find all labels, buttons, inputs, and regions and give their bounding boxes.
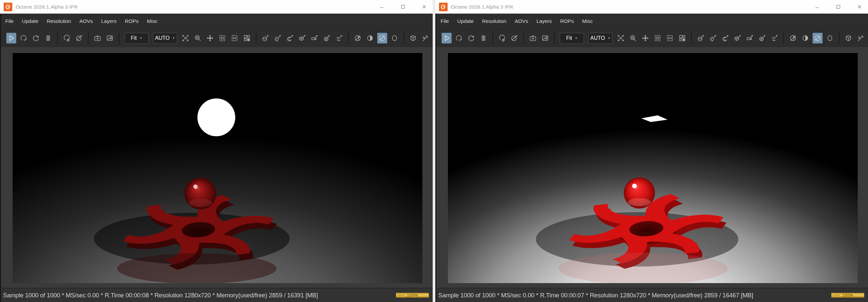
layout-grid-icon bbox=[243, 34, 251, 42]
saved-images-icon bbox=[541, 34, 549, 42]
denoiser-toggle-button[interactable] bbox=[377, 33, 387, 43]
layout-grid-button[interactable] bbox=[677, 33, 687, 43]
focus-picker-button[interactable] bbox=[322, 33, 332, 43]
render-region-button[interactable] bbox=[653, 33, 662, 43]
fit-select[interactable]: Fit▼ bbox=[124, 33, 149, 44]
render-passes-icon bbox=[844, 34, 852, 42]
texture-picker-button[interactable] bbox=[720, 33, 730, 43]
menu-file[interactable]: File bbox=[441, 18, 449, 24]
restart-with-settings-icon bbox=[498, 34, 506, 42]
maximize-button[interactable] bbox=[400, 4, 406, 10]
restart-render-button[interactable] bbox=[19, 33, 29, 43]
auto-select-value: AUTO bbox=[590, 35, 605, 41]
snapshot-button[interactable] bbox=[528, 33, 538, 43]
layout-grid-button[interactable] bbox=[242, 33, 252, 43]
camera-pan-button[interactable] bbox=[205, 33, 215, 43]
minimize-button[interactable] bbox=[378, 4, 385, 10]
render-viewport[interactable] bbox=[448, 53, 858, 283]
camera-zoom-button[interactable] bbox=[628, 33, 638, 43]
depth-of-field-toggle-button[interactable] bbox=[788, 33, 798, 43]
camera-fit-icon bbox=[182, 34, 189, 42]
camera-picker-button[interactable] bbox=[310, 33, 319, 43]
camera-picker-button[interactable] bbox=[745, 33, 755, 43]
chevron-down-icon: ▼ bbox=[140, 36, 142, 40]
white-balance-picker-button[interactable] bbox=[770, 33, 779, 43]
white-balance-picker-icon bbox=[770, 34, 778, 42]
play-button[interactable] bbox=[442, 33, 452, 43]
fit-select[interactable]: Fit▼ bbox=[560, 33, 584, 44]
close-button[interactable] bbox=[421, 4, 427, 10]
depth-of-field-toggle-button[interactable] bbox=[353, 33, 363, 43]
saved-images-button[interactable] bbox=[540, 33, 550, 43]
toolbar-separator bbox=[88, 32, 89, 44]
tools-button[interactable] bbox=[856, 33, 866, 43]
pause-render-button[interactable] bbox=[478, 33, 488, 43]
render-passes-button[interactable] bbox=[408, 33, 418, 43]
menu-update[interactable]: Update bbox=[22, 18, 38, 24]
camera-fit-button[interactable] bbox=[616, 33, 626, 43]
menu-aovs[interactable]: AOVs bbox=[515, 18, 528, 24]
close-icon bbox=[857, 4, 862, 10]
tonemap-toggle-button[interactable] bbox=[800, 33, 810, 43]
auto-select[interactable]: AUTO▼ bbox=[153, 33, 177, 44]
camera-pan-button[interactable] bbox=[640, 33, 650, 43]
play-button[interactable] bbox=[6, 33, 16, 43]
object-picker-button[interactable] bbox=[733, 33, 743, 43]
discard-changes-button[interactable] bbox=[509, 33, 519, 43]
focus-picker-icon bbox=[323, 34, 331, 42]
saved-images-button[interactable] bbox=[105, 33, 115, 43]
discard-changes-button[interactable] bbox=[74, 33, 84, 43]
octane-app-icon[interactable] bbox=[4, 3, 12, 11]
camera-zoom-button[interactable] bbox=[193, 33, 203, 43]
octane-app-icon[interactable] bbox=[439, 3, 447, 11]
material-picker-button[interactable] bbox=[696, 33, 706, 43]
lens-toggle-button[interactable] bbox=[825, 33, 835, 43]
snapshot-button[interactable] bbox=[93, 33, 102, 43]
toolbar-separator bbox=[57, 32, 58, 44]
menu-rops[interactable]: ROPs bbox=[560, 18, 574, 24]
menu-update[interactable]: Update bbox=[457, 18, 474, 24]
statusbar: Sample 1000 of 1000 * MS/sec 0.00 * R.Ti… bbox=[435, 288, 868, 302]
render-status-text: Sample 1000 of 1000 * MS/sec 0.00 * R.Ti… bbox=[3, 292, 318, 299]
render-viewport[interactable] bbox=[12, 53, 423, 283]
menu-layers[interactable]: Layers bbox=[101, 18, 117, 24]
denoiser-toggle-button[interactable] bbox=[813, 33, 823, 43]
refresh-render-button[interactable] bbox=[466, 33, 476, 43]
pause-render-button[interactable] bbox=[43, 33, 53, 43]
menu-layers[interactable]: Layers bbox=[536, 18, 552, 24]
lens-toggle-button[interactable] bbox=[390, 33, 400, 43]
close-button[interactable] bbox=[856, 4, 863, 10]
light-picker-button[interactable] bbox=[708, 33, 718, 43]
maximize-button[interactable] bbox=[835, 4, 841, 10]
light-picker-button[interactable] bbox=[273, 33, 283, 43]
auto-select[interactable]: AUTO▼ bbox=[588, 33, 613, 44]
restart-with-settings-button[interactable] bbox=[62, 33, 72, 43]
material-picker-button[interactable] bbox=[260, 33, 271, 43]
object-picker-button[interactable] bbox=[297, 33, 307, 43]
white-balance-picker-button[interactable] bbox=[334, 33, 344, 43]
tonemap-toggle-button[interactable] bbox=[365, 33, 375, 43]
focus-picker-button[interactable] bbox=[757, 33, 767, 43]
tools-button[interactable] bbox=[421, 33, 430, 43]
menu-resolution[interactable]: Resolution bbox=[482, 18, 506, 24]
refresh-render-button[interactable] bbox=[31, 33, 41, 43]
restart-render-button[interactable] bbox=[454, 33, 464, 43]
menu-misc[interactable]: Misc bbox=[147, 18, 158, 24]
layout-grid-icon bbox=[678, 34, 686, 42]
film-region-icon bbox=[230, 34, 239, 42]
menu-resolution[interactable]: Resolution bbox=[47, 18, 71, 24]
restart-with-settings-button[interactable] bbox=[497, 33, 507, 43]
menu-rops[interactable]: ROPs bbox=[125, 18, 138, 24]
film-region-icon bbox=[666, 34, 674, 42]
minimize-button[interactable] bbox=[814, 4, 820, 10]
render-region-button[interactable] bbox=[217, 33, 227, 43]
sphere-light bbox=[197, 98, 235, 136]
menu-misc[interactable]: Misc bbox=[582, 18, 593, 24]
film-region-button[interactable] bbox=[229, 33, 240, 43]
film-region-button[interactable] bbox=[665, 33, 675, 43]
texture-picker-button[interactable] bbox=[285, 33, 295, 43]
menu-file[interactable]: File bbox=[5, 18, 13, 24]
camera-fit-button[interactable] bbox=[181, 33, 190, 43]
menu-aovs[interactable]: AOVs bbox=[79, 18, 93, 24]
render-passes-button[interactable] bbox=[843, 33, 854, 43]
